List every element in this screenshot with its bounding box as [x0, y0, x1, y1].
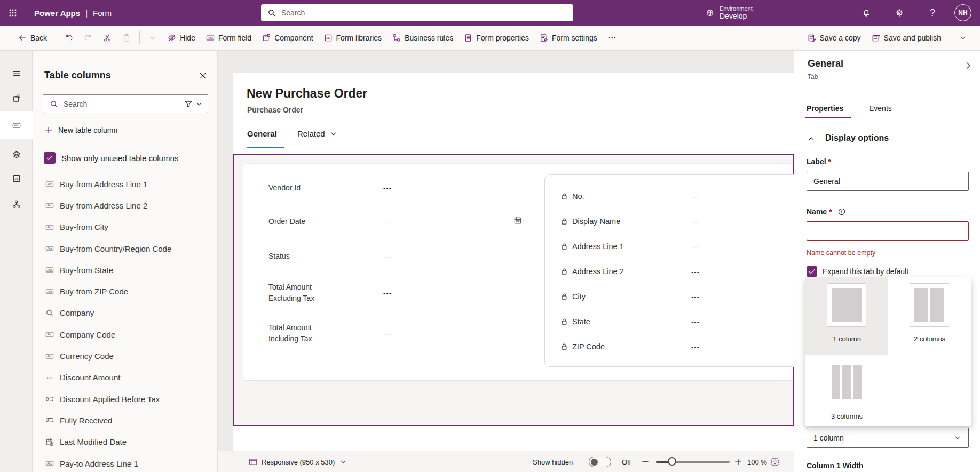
text-type-icon: Abc [44, 244, 56, 253]
section-collapse-icon[interactable] [807, 134, 816, 143]
field-value: --- [691, 318, 700, 326]
business-rules-button[interactable]: Business rules [387, 29, 459, 47]
clipboard-menu-chevron[interactable] [143, 29, 162, 47]
table-column-item[interactable]: AbcPay-to Address Line 1 [33, 453, 218, 472]
locked-field-row[interactable]: Display Name--- [560, 209, 700, 234]
form-field-row[interactable]: Total Amount Excluding Tax--- [268, 278, 392, 308]
selected-tab-body[interactable]: Vendor Id---Order Date---Status---Total … [233, 154, 794, 426]
table-column-item[interactable]: AbcBuy-from ZIP Code [33, 281, 218, 302]
separator [56, 31, 56, 44]
table-column-item[interactable]: AbcBuy-from State [33, 259, 218, 281]
environment-picker[interactable]: Environment Develop [706, 3, 753, 23]
rail-table-columns-button[interactable]: Abc [0, 111, 33, 139]
table-column-item[interactable]: AbcCompany Code [33, 324, 218, 345]
info-icon[interactable] [837, 207, 846, 216]
label-input[interactable]: General [807, 172, 969, 191]
checkbox-label: Show only unused table columns [61, 154, 178, 163]
locked-field-row[interactable]: City--- [560, 284, 700, 309]
hide-button[interactable]: Hide [162, 29, 201, 47]
tab-related[interactable]: Related [297, 129, 338, 138]
save-and-publish-button[interactable]: Save and publish [866, 29, 946, 47]
zoom-slider-thumb[interactable] [668, 457, 676, 466]
new-table-column-button[interactable]: New table column [44, 126, 117, 134]
name-input[interactable] [807, 221, 969, 241]
locked-field-row[interactable]: No.--- [560, 184, 700, 209]
notifications-button[interactable] [854, 0, 879, 26]
table-column-item[interactable]: AbcBuy-from Address Line 1 [33, 173, 218, 195]
zoom-slider-track[interactable] [656, 461, 730, 463]
filter-icon[interactable] [184, 100, 193, 108]
redo-button[interactable] [78, 29, 98, 47]
component-button[interactable]: Component [257, 29, 318, 47]
table-column-item[interactable]: Company [33, 302, 218, 324]
form-settings-button[interactable]: Form settings [534, 29, 603, 47]
settings-button[interactable] [887, 0, 912, 26]
check-icon [45, 154, 54, 162]
zoom-in-button[interactable] [734, 451, 742, 472]
show-unused-checkbox[interactable]: Show only unused table columns [44, 152, 178, 164]
table-column-item[interactable]: 0.0Discount Amount [33, 367, 218, 388]
date-picker-icon[interactable] [513, 216, 522, 225]
table-column-item[interactable]: Discount Applied Before Tax [33, 388, 218, 410]
rail-layers-button[interactable] [0, 143, 33, 166]
environment-name: Develop [720, 12, 753, 20]
help-button[interactable]: ? [920, 0, 945, 26]
back-arrow-icon [18, 34, 27, 42]
cut-button[interactable] [98, 29, 117, 47]
expand-tab-checkbox[interactable]: Expand this tab by default [807, 266, 908, 277]
rail-form-libraries-button[interactable]: JS [0, 167, 33, 190]
table-column-item[interactable]: AbcCurrency Code [33, 345, 218, 366]
more-commands-button[interactable] [603, 29, 622, 47]
locked-field-row[interactable]: State--- [560, 309, 700, 334]
table-column-item[interactable]: Fully Received [33, 410, 218, 431]
form-field-row[interactable]: Status--- [268, 245, 392, 267]
form-field-row[interactable]: Vendor Id--- [268, 177, 392, 198]
global-search-input[interactable]: Search [261, 4, 573, 21]
waffle-icon[interactable] [0, 0, 26, 26]
form-libraries-button[interactable]: JSForm libraries [319, 29, 388, 47]
show-hidden-toggle[interactable] [589, 457, 611, 467]
column-layout-option[interactable]: 1 column [805, 277, 888, 355]
locked-field-row[interactable]: Address Line 1--- [560, 234, 700, 259]
collapse-panel-button[interactable] [961, 58, 976, 73]
save-menu-chevron[interactable] [953, 29, 973, 47]
responsive-preview-selector[interactable]: Responsive (950 x 530) [249, 451, 347, 472]
tab-properties[interactable]: Properties [807, 104, 843, 113]
form-field-row[interactable]: Total Amount Including Tax--- [268, 318, 392, 348]
form-properties-button[interactable]: Form properties [459, 29, 534, 47]
rail-tree-view-button[interactable] [0, 193, 33, 216]
columns-search-input[interactable]: Search [64, 100, 179, 108]
form-field-button[interactable]: AbcForm field [201, 29, 257, 47]
column-layout-option[interactable]: 2 columns [888, 277, 971, 355]
svg-text:Abc: Abc [46, 182, 52, 186]
table-column-item[interactable]: AbcBuy-from Country/Region Code [33, 238, 218, 259]
rail-menu-button[interactable] [0, 62, 33, 85]
lock-icon [560, 317, 568, 326]
table-column-item[interactable]: AbcBuy-from City [33, 217, 218, 238]
fit-to-screen-button[interactable] [771, 451, 779, 472]
tab-events[interactable]: Events [869, 104, 892, 113]
paste-button[interactable] [117, 29, 136, 47]
abc-icon: Abc [12, 121, 21, 130]
column-layout-option[interactable]: 3 columns [805, 355, 888, 426]
name-field-label: Name* [807, 207, 846, 216]
chevron-down-icon[interactable] [195, 100, 203, 108]
field-value: --- [691, 193, 700, 201]
locked-field-row[interactable]: Address Line 2--- [560, 259, 700, 284]
zoom-out-button[interactable] [641, 451, 650, 472]
form-field-row[interactable]: Order Date--- [268, 211, 392, 232]
tab-general[interactable]: General [247, 129, 277, 138]
panel-title: Table columns [44, 70, 111, 81]
save-a-copy-button[interactable]: Save a copy [802, 29, 866, 47]
account-avatar[interactable]: NH [954, 4, 971, 21]
back-button[interactable]: Back [13, 29, 52, 47]
layout-thumbnail [827, 283, 866, 327]
locked-field-row[interactable]: ZIP Code--- [560, 334, 700, 359]
columns-select[interactable]: 1 column [807, 428, 969, 448]
table-column-item[interactable]: AbcBuy-from Address Line 2 [33, 195, 218, 216]
rail-components-button[interactable] [0, 87, 33, 110]
panel-close-button[interactable] [195, 68, 211, 84]
undo-button[interactable] [59, 29, 78, 47]
table-column-item[interactable]: Last Modified Date [33, 431, 218, 453]
field-label: Total Amount Excluding Tax [268, 282, 338, 304]
